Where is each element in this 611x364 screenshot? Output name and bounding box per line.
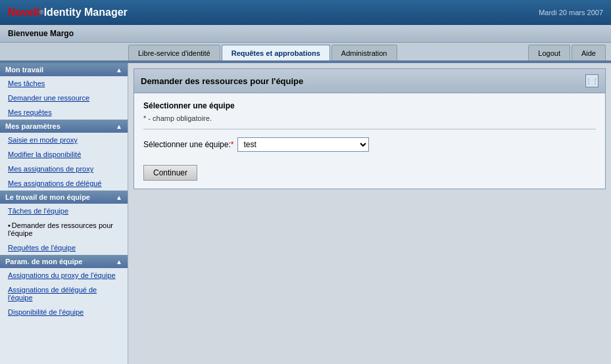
sidebar-section-mon-travail-label: Mon travail	[5, 66, 43, 74]
welcome-text: Bienvenue Margo	[8, 29, 74, 38]
active-dot-icon: •	[8, 221, 11, 229]
panel-title: Demander des ressources pour l'équipe	[141, 76, 303, 86]
sidebar-item-mes-requetes[interactable]: Mes requêtes	[0, 105, 128, 120]
required-star: *	[231, 140, 234, 149]
collapse-icon-4: ▲	[116, 258, 122, 265]
continue-button-container: Continuer	[143, 160, 596, 181]
sidebar-section-param-equipe[interactable]: Param. de mon équipe ▲	[0, 255, 128, 268]
logo-product: Identity Manager	[44, 7, 128, 18]
logout-button[interactable]: Logout	[528, 45, 570, 60]
sidebar-section-param-equipe-label: Param. de mon équipe	[5, 258, 82, 265]
sidebar-item-taches-equipe[interactable]: Tâches de l'équipe	[0, 204, 128, 218]
tab-libre-service[interactable]: Libre-service d'identité	[128, 45, 220, 60]
tab-requetes[interactable]: Requêtes et approbations	[222, 45, 330, 60]
form-label: Sélectionner une équipe:*	[143, 140, 233, 149]
date-display: Mardi 20 mars 2007	[539, 9, 603, 16]
collapse-icon: ▲	[116, 66, 122, 74]
content-area: Demander des ressources pour l'équipe ⋮⋮…	[128, 63, 611, 364]
sidebar-item-assign-delegue-equipe[interactable]: Assignations de délégué de l'équipe	[0, 283, 128, 305]
sidebar-section-mes-parametres-label: Mes paramètres	[5, 122, 61, 130]
logo-novell: Novell	[8, 7, 39, 18]
sidebar-item-demander-ressource[interactable]: Demander une ressource	[0, 91, 128, 105]
content-panel: Demander des ressources pour l'équipe ⋮⋮…	[134, 68, 606, 189]
collapse-icon-2: ▲	[116, 123, 122, 130]
required-note: * - champ obligatoire.	[143, 114, 596, 122]
sidebar-item-modifier-dispo[interactable]: Modifier la disponibilité	[0, 147, 128, 162]
tab-bar: Libre-service d'identité Requêtes et app…	[0, 43, 611, 62]
panel-header: Demander des ressources pour l'équipe ⋮⋮	[134, 69, 605, 93]
content-body: Sélectionner une équipe * - champ obliga…	[134, 93, 605, 189]
sidebar-item-mes-assign-delegue[interactable]: Mes assignations de délégué	[0, 176, 128, 191]
team-select[interactable]: test	[237, 137, 369, 152]
section-title: Sélectionner une équipe	[143, 101, 596, 110]
sidebar: Mon travail ▲ Mes tâches Demander une re…	[0, 63, 128, 364]
form-divider	[143, 129, 596, 129]
panel-icon: ⋮⋮	[585, 74, 599, 87]
sidebar-item-mes-taches[interactable]: Mes tâches	[0, 76, 128, 91]
welcome-bar: Bienvenue Margo	[0, 25, 611, 43]
sidebar-item-demander-ressources-equipe[interactable]: •Demander des ressources pour l'équipe	[0, 218, 128, 240]
sidebar-item-assign-proxy-equipe[interactable]: Assignations du proxy de l'équipe	[0, 268, 128, 283]
collapse-icon-3: ▲	[116, 194, 122, 201]
sidebar-item-mes-assign-proxy[interactable]: Mes assignations de proxy	[0, 162, 128, 176]
app-header: Novell® Identity Manager Mardi 20 mars 2…	[0, 0, 611, 25]
aide-button[interactable]: Aide	[572, 45, 606, 60]
sidebar-section-mes-parametres[interactable]: Mes paramètres ▲	[0, 120, 128, 133]
sidebar-item-dispo-equipe[interactable]: Disponibilité de l'équipe	[0, 305, 128, 319]
logo-r: ®	[39, 9, 44, 16]
sidebar-section-travail-equipe[interactable]: Le travail de mon équipe ▲	[0, 191, 128, 204]
main-layout: Mon travail ▲ Mes tâches Demander une re…	[0, 63, 611, 364]
tab-administration[interactable]: Administration	[331, 45, 397, 60]
sidebar-item-saisie-proxy[interactable]: Saisie en mode proxy	[0, 133, 128, 147]
sidebar-section-travail-equipe-label: Le travail de mon équipe	[5, 193, 90, 201]
continue-button[interactable]: Continuer	[143, 165, 197, 181]
sidebar-section-mon-travail[interactable]: Mon travail ▲	[0, 63, 128, 76]
logo: Novell® Identity Manager	[8, 7, 128, 18]
sidebar-item-requetes-equipe[interactable]: Requêtes de l'équipe	[0, 240, 128, 255]
form-row: Sélectionner une équipe:* test	[143, 137, 596, 152]
